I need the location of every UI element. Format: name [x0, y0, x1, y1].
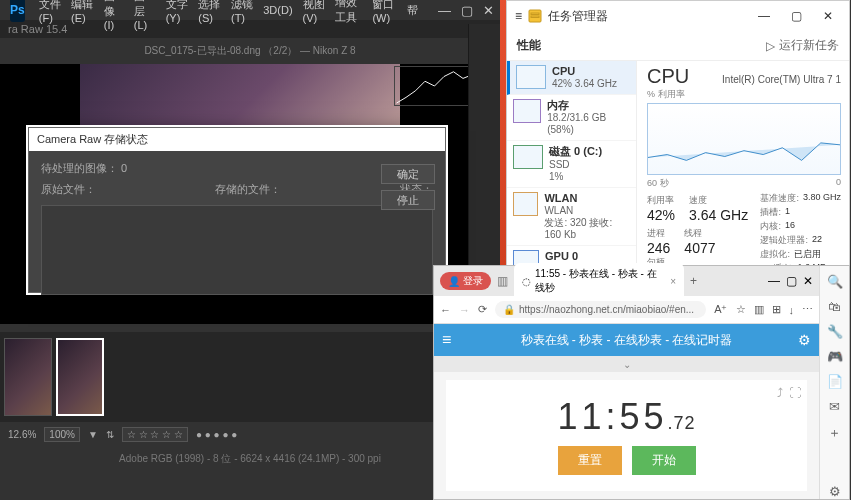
url-field[interactable]: 🔒 https://naozhong.net.cn/miaobiao/#en..…: [495, 301, 706, 318]
reset-button[interactable]: 重置: [558, 446, 622, 475]
rating-stars[interactable]: ☆ ☆ ☆ ☆ ☆: [122, 427, 188, 442]
task-manager-window: ≡ 任务管理器 — ▢ ✕ 性能 ▷运行新任务 CPU42% 3.64 GHz …: [506, 0, 850, 272]
disk-sparkline: [513, 145, 543, 169]
util-label: 利用率: [647, 194, 675, 207]
cpu-item[interactable]: CPU42% 3.64 GHz: [507, 61, 636, 95]
util-value: 42%: [647, 207, 675, 223]
edge-browser-window: 👤登录 ▥ ◌ 11:55 - 秒表在线 - 秒表 - 在线秒 × + — ▢ …: [433, 265, 850, 500]
games-sidebar-icon[interactable]: 🎮: [827, 349, 843, 364]
performance-tab[interactable]: 性能: [517, 37, 541, 54]
close-tab-icon[interactable]: ×: [670, 276, 676, 287]
menu-type[interactable]: 文字(Y): [166, 0, 189, 24]
close-icon[interactable]: ✕: [815, 9, 841, 23]
stopwatch-panel: ⤴ ⛶ 11:55.72 重置 开始: [446, 380, 807, 491]
svg-rect-2: [531, 16, 539, 18]
refresh-icon[interactable]: ⟳: [478, 303, 487, 316]
thread-value: 4077: [684, 240, 715, 256]
stopwatch-display: 11:55.72: [557, 396, 695, 440]
wlan-sparkline: [513, 192, 538, 216]
browser-tab[interactable]: ◌ 11:55 - 秒表在线 - 秒表 - 在线秒 ×: [514, 263, 684, 299]
downloads-icon[interactable]: ↓: [789, 304, 795, 316]
fullscreen-icon[interactable]: ⛶: [789, 386, 801, 400]
col-saved: 存储的文件：: [215, 182, 281, 197]
start-button[interactable]: 开始: [632, 446, 696, 475]
tools-sidebar-icon[interactable]: 🔧: [827, 324, 843, 339]
close-icon[interactable]: ✕: [803, 274, 813, 288]
page-chevron-bar[interactable]: ⌄: [434, 356, 819, 372]
login-button[interactable]: 👤登录: [440, 272, 491, 290]
tab-strip: 👤登录 ▥ ◌ 11:55 - 秒表在线 - 秒表 - 在线秒 × + — ▢ …: [434, 266, 819, 296]
col-source: 原始文件：: [41, 182, 96, 197]
settings-sidebar-icon[interactable]: ⚙: [829, 484, 841, 499]
search-sidebar-icon[interactable]: 🔍: [827, 274, 843, 289]
minimize-icon[interactable]: —: [768, 274, 780, 288]
wlan-item[interactable]: WLANWLAN发送: 320 接收: 160 Kb: [507, 188, 636, 246]
menu-view[interactable]: 视图(V): [303, 0, 326, 24]
menu-window[interactable]: 窗口(W): [372, 0, 397, 24]
disk-item[interactable]: 磁盘 0 (C:)SSD1%: [507, 141, 636, 187]
menu-layer[interactable]: 图层(L): [134, 0, 156, 31]
menu-select[interactable]: 选择(S): [198, 0, 221, 24]
menu-file[interactable]: 文件(F): [39, 0, 61, 24]
zoom-select[interactable]: 100%: [44, 427, 80, 442]
menu-help[interactable]: 帮: [407, 3, 418, 18]
shopping-sidebar-icon[interactable]: 🛍: [828, 299, 841, 314]
page-settings-icon[interactable]: ⚙: [798, 332, 811, 348]
color-labels[interactable]: ● ● ● ● ●: [196, 429, 237, 440]
forward-icon[interactable]: →: [459, 304, 470, 316]
zoom-level-left: 12.6%: [8, 429, 36, 440]
close-icon[interactable]: ✕: [483, 3, 494, 18]
remaining-value: 0: [121, 162, 127, 174]
menu-3d[interactable]: 3D(D): [263, 4, 292, 16]
favorite-icon[interactable]: ☆: [736, 303, 746, 316]
menu-plugins[interactable]: 增效工具: [335, 0, 362, 25]
webpage-content: ≡ 秒表在线 - 秒表 - 在线秒表 - 在线记时器 ⚙ ⌄ ⤴ ⛶ 11:55…: [434, 324, 819, 499]
menu-edit[interactable]: 编辑(E): [71, 0, 94, 24]
minimize-icon[interactable]: —: [751, 9, 777, 23]
hamburger-icon[interactable]: ≡: [515, 9, 522, 23]
plus-sidebar-icon[interactable]: ＋: [828, 424, 841, 442]
maximize-icon[interactable]: ▢: [783, 9, 809, 23]
y-axis-label: % 利用率: [647, 88, 841, 101]
ok-button[interactable]: 确定: [381, 164, 435, 184]
address-bar-row: ← → ⟳ 🔒 https://naozhong.net.cn/miaobiao…: [434, 296, 819, 324]
bottom-toolbar: 12.6% 100% ▼ ⇅ ☆ ☆ ☆ ☆ ☆ ● ● ● ● ●: [0, 422, 500, 446]
sort-icon[interactable]: ⇅: [106, 429, 114, 440]
page-title: 秒表在线 - 秒表 - 在线秒表 - 在线记时器: [521, 332, 733, 349]
menu-image[interactable]: 图像(I): [104, 0, 124, 31]
thumbnail-selected[interactable]: [56, 338, 104, 416]
photoshop-logo-icon: Ps: [10, 0, 25, 22]
dialog-list: [41, 205, 433, 295]
stop-button[interactable]: 停止: [381, 190, 435, 210]
proc-label: 进程: [647, 227, 670, 240]
window-title: 任务管理器: [548, 8, 608, 25]
read-aloud-icon[interactable]: A⁺: [714, 303, 727, 316]
extensions-icon[interactable]: ⊞: [772, 303, 781, 316]
office-sidebar-icon[interactable]: 📄: [827, 374, 843, 389]
svg-rect-1: [531, 13, 539, 15]
page-menu-icon[interactable]: ≡: [442, 331, 451, 349]
menu-filter[interactable]: 滤镜(T): [231, 0, 253, 24]
new-tab-button[interactable]: +: [690, 274, 697, 288]
share-icon[interactable]: ⤴: [777, 386, 783, 400]
cpu-detail-panel: CPU Intel(R) Core(TM) Ultra 7 1 % 利用率 60…: [637, 61, 849, 271]
back-icon[interactable]: ←: [440, 304, 451, 316]
run-new-task[interactable]: ▷运行新任务: [766, 37, 839, 54]
speed-label: 速度: [689, 194, 748, 207]
maximize-icon[interactable]: ▢: [786, 274, 797, 288]
thumbnail[interactable]: [4, 338, 52, 416]
more-icon[interactable]: ⋯: [802, 303, 813, 316]
workspace-icon[interactable]: ▥: [497, 274, 508, 288]
outlook-sidebar-icon[interactable]: ✉: [829, 399, 840, 414]
memory-sparkline: [513, 99, 541, 123]
cpu-model: Intel(R) Core(TM) Ultra 7 1: [722, 74, 841, 85]
filter-icon[interactable]: ▼: [88, 429, 98, 440]
collections-icon[interactable]: ▥: [754, 303, 764, 316]
ps-menu-bar: Ps 文件(F) 编辑(E) 图像(I) 图层(L) 文字(Y) 选择(S) 滤…: [0, 0, 500, 20]
tab-title: 11:55 - 秒表在线 - 秒表 - 在线秒: [535, 267, 666, 295]
memory-item[interactable]: 内存18.2/31.6 GB (58%): [507, 95, 636, 141]
minimize-icon[interactable]: —: [438, 3, 451, 18]
spinner-icon: ◌: [522, 276, 531, 287]
maximize-icon[interactable]: ▢: [461, 3, 473, 18]
run-task-icon: ▷: [766, 39, 775, 53]
